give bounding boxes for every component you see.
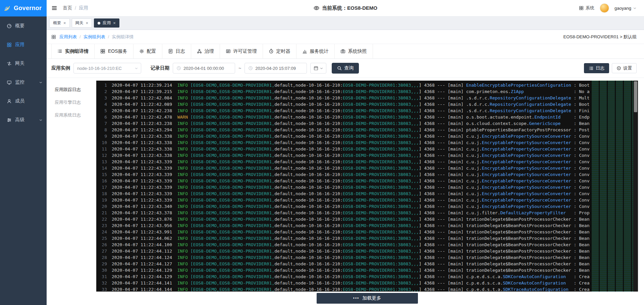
content-area: 应用跟踪日志应用引擎日志应用系统日志 12020-04-07 11:22:39.…: [47, 78, 644, 305]
breadcrumb-item[interactable]: 应用列表: [59, 34, 77, 40]
log-line: 312020-04-07 11:22:44.129 INFO [EOS8-DEM…: [96, 273, 638, 280]
tab-label: 许可证管理: [233, 48, 257, 54]
load-more-button[interactable]: ••• 加载更多: [317, 293, 418, 304]
license-icon: [226, 49, 231, 54]
logo-text: Governor: [14, 5, 42, 12]
window-tab-gateway[interactable]: 网关 ×: [72, 18, 92, 28]
log-viewer: 12020-04-07 11:22:39.214 INFO [EOS8-DEMO…: [96, 81, 638, 292]
tab-eos-service[interactable]: EOS服务: [95, 44, 133, 58]
function-tabs: 实例组详情 EOS服务 配置 日志 治理 许可证管理 定时器 服务统计 系统快照: [47, 44, 644, 59]
chevron-down-icon: [39, 81, 43, 84]
log-nav-engine[interactable]: 应用引擎日志: [47, 96, 96, 109]
line-number: 25: [96, 235, 107, 242]
log-line: 202020-04-07 11:22:43.340 INFO [EOS8-DEM…: [96, 203, 638, 210]
close-icon[interactable]: ×: [113, 21, 116, 25]
log-line: 252020-04-07 11:22:44.062 INFO [EOS8-DEM…: [96, 235, 638, 242]
tab-label: 定时器: [276, 48, 290, 54]
tab-snapshot[interactable]: 系统快照: [335, 44, 373, 58]
hamburger-icon[interactable]: [51, 5, 57, 11]
settings-button[interactable]: 设置: [612, 63, 637, 73]
range-separator: ~: [238, 66, 241, 71]
sidebar-item-label: 网关: [15, 60, 24, 67]
log-nav-trace[interactable]: 应用跟踪日志: [47, 83, 96, 96]
log-line: 22020-04-07 11:22:39.215 INFO [EOS8-DEMO…: [96, 88, 638, 95]
sidebar-item-label: 成员: [15, 98, 24, 104]
log-minimap[interactable]: [590, 81, 633, 292]
current-system-label: 当前系统：EOS8-DEMO: [322, 5, 377, 11]
system-menu[interactable]: 系统: [579, 5, 594, 11]
log-line: 292020-04-07 11:22:44.127 INFO [EOS8-DEM…: [96, 261, 638, 267]
log-line: 152020-04-07 11:22:43.339 INFO [EOS8-DEM…: [96, 171, 638, 178]
log-line: 192020-04-07 11:22:43.339 INFO [EOS8-DEM…: [96, 197, 638, 203]
tab-instance-group-detail[interactable]: 实例组详情: [51, 44, 95, 58]
date-to-input[interactable]: 2020-04-20 15:07:09: [245, 63, 307, 74]
log-nav-system[interactable]: 应用系统日志: [47, 109, 96, 122]
services-icon: [100, 49, 105, 54]
line-number: 12: [96, 152, 107, 159]
window-tab-application[interactable]: 应用 ×: [94, 18, 119, 28]
log-line: 122020-04-07 11:22:43.338 INFO [EOS8-DEM…: [96, 152, 638, 159]
line-number: 21: [96, 210, 107, 216]
load-more-row: ••• 加载更多: [96, 293, 638, 304]
log-line: 92020-04-07 11:22:43.338 INFO [EOS8-DEMO…: [96, 133, 638, 139]
line-number: 6: [96, 114, 107, 120]
log-line: 32020-04-07 11:22:42.084 INFO [EOS8-DEMO…: [96, 95, 638, 101]
tab-logs[interactable]: 日志: [162, 44, 191, 58]
line-number: 24: [96, 229, 107, 235]
window-tab-overview[interactable]: 概要 ×: [49, 18, 70, 28]
stats-icon: [302, 49, 307, 54]
sidebar-item-monitor[interactable]: 监控: [0, 73, 47, 92]
chevron-down-icon: [320, 67, 323, 70]
tab-label: 日志: [176, 48, 185, 54]
calendar-button[interactable]: [310, 63, 326, 74]
member-icon: [7, 99, 12, 104]
sidebar-item-application[interactable]: 应用: [0, 35, 47, 54]
window-tab-label: 概要: [53, 20, 61, 26]
top-breadcrumb-item[interactable]: 应用: [79, 5, 88, 11]
chevron-down-icon: [135, 67, 138, 70]
line-number: 15: [96, 171, 107, 178]
tab-label: 服务统计: [310, 48, 329, 54]
log-scrollbar[interactable]: [633, 81, 638, 292]
sidebar-item-member[interactable]: 成员: [0, 92, 47, 111]
line-number: 13: [96, 159, 107, 165]
sidebar-item-overview[interactable]: 概要: [0, 16, 47, 35]
tab-license[interactable]: 许可证管理: [220, 44, 263, 58]
window-tab-label: 应用: [103, 20, 111, 26]
more-icon: •••: [353, 296, 360, 300]
instance-group-path: EOS8-DEMO-PROVIDER01 > 默认组: [563, 34, 637, 40]
user-menu[interactable]: gaoyang: [614, 6, 637, 11]
line-number: 26: [96, 242, 107, 248]
log-view-button[interactable]: 日志: [584, 63, 609, 73]
tab-label: 治理: [205, 48, 214, 54]
tab-timer[interactable]: 定时器: [263, 44, 297, 58]
breadcrumb-item[interactable]: 实例组列表: [84, 34, 105, 40]
tab-label: 实例组详情: [65, 48, 89, 54]
close-icon[interactable]: ×: [86, 21, 89, 25]
app-icon: [7, 42, 12, 47]
grid-icon: [51, 35, 56, 39]
date-from-input[interactable]: 2020-04-01 00:00:00: [173, 63, 235, 74]
app-instance-select[interactable]: node-10-16-16-210:EC: [73, 63, 141, 74]
avatar[interactable]: [600, 3, 609, 13]
sidebar-item-advanced[interactable]: 高级: [0, 111, 47, 129]
log-line: 62020-04-07 11:22:42.478 WARN [EOS8-DEMO…: [96, 114, 638, 120]
tab-label: 系统快照: [348, 48, 367, 54]
breadcrumb-separator: /: [75, 5, 76, 11]
tab-governance[interactable]: 治理: [191, 44, 220, 58]
line-number: 9: [96, 133, 107, 139]
log-line: 222020-04-07 11:22:43.876 INFO [EOS8-DEM…: [96, 216, 638, 222]
app-root: Governor 概要 应用 网关 监控 成员 高级 首页/: [0, 0, 644, 305]
top-breadcrumb-item[interactable]: 首页: [63, 5, 72, 11]
query-button[interactable]: 查询: [332, 63, 359, 74]
log-line: 52020-04-07 11:22:42.238 INFO [EOS8-DEMO…: [96, 107, 638, 114]
scrollbar-thumb[interactable]: [634, 81, 637, 112]
line-number: 29: [96, 261, 107, 267]
sidebar-item-gateway[interactable]: 网关: [0, 54, 47, 73]
doc-icon: [168, 49, 173, 54]
tab-service-stats[interactable]: 服务统计: [297, 44, 335, 58]
tab-config[interactable]: 配置: [133, 44, 162, 58]
close-icon[interactable]: ×: [63, 21, 66, 25]
monitor-icon: [7, 80, 12, 85]
app-logo[interactable]: Governor: [0, 0, 47, 16]
